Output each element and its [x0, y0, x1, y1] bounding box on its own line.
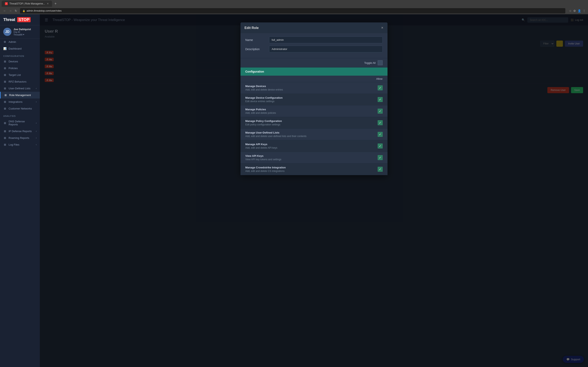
user-info: Joe Dahlquist Org ID Threat88 ▾ [13, 28, 31, 36]
address-bar: ← → ↻ 🔒 admin.threatstop.com/user/roles … [0, 7, 588, 14]
perm-desc: Edit policy configuration settings [245, 123, 378, 126]
check-icon: ✓ [379, 133, 381, 136]
sidebar-item-dns-defense-reports[interactable]: ⊞ DNS Defense Reports ‹ [0, 118, 40, 128]
dashboard-icon: 📊 [3, 47, 7, 50]
perm-info: Manage Policies Add, edit and delete pol… [245, 108, 378, 114]
threat-label: Threat88 [13, 33, 22, 36]
perm-row-manage-devices: Manage Devices Add, edit and delete devi… [241, 82, 388, 94]
dns-chevron-icon: ‹ [36, 122, 36, 124]
reload-button[interactable]: ↻ [14, 9, 18, 13]
sidebar-item-rpz-behaviors[interactable]: ⊞ RPZ Behaviors [0, 78, 40, 85]
browser-chrome: T ThreatSTOP | Role Manageme... ✕ + ← → … [0, 0, 588, 14]
extensions-button[interactable]: ⚙ [573, 9, 576, 12]
sidebar-item-log-files[interactable]: ⊞ Log Files ‹ [0, 141, 40, 148]
modal-overlay: Edit Role × Name Description [40, 14, 588, 367]
admin-icon: ⚙ [3, 40, 7, 43]
menu-button[interactable]: ⋮ [583, 9, 586, 12]
name-row: Name [245, 36, 383, 43]
sidebar-item-admin[interactable]: ⚙ Admin [0, 39, 40, 45]
user-name: Joe Dahlquist [13, 28, 31, 31]
perm-name: Manage User-Defined Lists [245, 131, 378, 134]
manage-policy-config-checkbox[interactable]: ✓ [378, 120, 383, 125]
sidebar-item-roaming-reports[interactable]: ⊞ Roaming Reports ‹ [0, 134, 40, 141]
toggle-all-checkbox[interactable] [378, 60, 383, 65]
sidebar-item-label: Policies [9, 67, 18, 70]
perm-info: Manage API Keys Add, edit and delete API… [245, 143, 378, 149]
perm-row-manage-policies: Manage Policies Add, edit and delete pol… [241, 105, 388, 117]
perm-name: Manage Policy Configuration [245, 119, 378, 123]
bookmark-button[interactable]: ☆ [569, 9, 572, 12]
forward-button[interactable]: → [8, 9, 13, 13]
policies-icon: ⊞ [3, 67, 7, 70]
modal-title: Edit Role [245, 26, 259, 30]
sidebar-item-label: Devices [9, 60, 18, 63]
perm-row-manage-api-keys: Manage API Keys Add, edit and delete API… [241, 140, 388, 152]
ip-chevron-icon: ‹ [36, 130, 36, 132]
description-label: Description [245, 48, 266, 51]
app: Threat STOP JD Joe Dahlquist Org ID Thre… [0, 14, 588, 367]
sidebar-item-label: Roaming Reports [9, 136, 29, 140]
perm-row-view-api-keys: View API Keys View API key tokens and se… [241, 152, 388, 164]
main-content: ☰ ThreatSTOP - Weaponize your Threat Int… [40, 14, 588, 367]
udl-chevron-icon: ‹ [36, 87, 36, 90]
sidebar-item-target-list[interactable]: ⊞ Target List [0, 72, 40, 78]
manage-policies-checkbox[interactable]: ✓ [378, 109, 383, 114]
perm-desc: Add, edit and delete API keys [245, 146, 378, 149]
perm-name: Manage API Keys [245, 143, 378, 146]
sidebar-item-label: RPZ Behaviors [9, 80, 26, 83]
active-tab[interactable]: T ThreatSTOP | Role Manageme... ✕ [2, 1, 52, 7]
check-icon: ✓ [379, 109, 381, 113]
perm-info: Manage Crowdstrike Integration Add, edit… [245, 166, 378, 173]
perm-row-manage-crowdstrike: Manage Crowdstrike Integration Add, edit… [241, 164, 388, 175]
check-icon: ✓ [379, 121, 381, 124]
perm-desc: Add, edit and delete device entries [245, 88, 378, 91]
section-analysis-label: Analysis [0, 112, 40, 118]
name-input[interactable] [269, 36, 383, 43]
sidebar-item-ip-defense-reports[interactable]: ⊞ IP Defense Reports ‹ [0, 128, 40, 134]
manage-api-keys-checkbox[interactable]: ✓ [378, 143, 383, 149]
sidebar-item-label: IP Defense Reports [9, 130, 32, 133]
logo-stop: STOP [17, 17, 31, 22]
perm-info: View API Keys View API key tokens and se… [245, 154, 378, 161]
perm-desc: Add, edit and delete CS integrations [245, 170, 378, 173]
manage-crowdstrike-checkbox[interactable]: ✓ [378, 167, 383, 172]
sidebar-item-label: Role Management [9, 94, 31, 97]
modal-body: Name Description Toggle All [241, 33, 388, 175]
url-bar[interactable]: 🔒 admin.threatstop.com/user/roles [20, 8, 565, 13]
roaming-reports-icon: ⊞ [3, 136, 7, 140]
tab-close-icon[interactable]: ✕ [47, 2, 49, 5]
sidebar: Threat STOP JD Joe Dahlquist Org ID Thre… [0, 14, 40, 367]
sidebar-item-policies[interactable]: ⊞ Policies [0, 65, 40, 72]
view-api-keys-checkbox[interactable]: ✓ [378, 155, 383, 160]
new-tab-button[interactable]: + [53, 1, 58, 7]
sidebar-item-role-management[interactable]: ⊞ Role Management [0, 92, 40, 99]
perm-row-manage-device-config: Manage Device Configuration Edit device … [241, 94, 388, 105]
perm-row-manage-udl: Manage User-Defined Lists Add, edit and … [241, 129, 388, 140]
manage-udl-checkbox[interactable]: ✓ [378, 132, 383, 137]
sidebar-item-user-defined-lists[interactable]: ⊞ User-Defined Lists ‹ [0, 85, 40, 92]
user-org: Org ID [13, 31, 31, 33]
profile-button[interactable]: 👤 [578, 9, 581, 12]
perm-desc: Edit device entries settings [245, 100, 378, 103]
user-threat: Threat88 ▾ [13, 33, 31, 36]
modal-close-button[interactable]: × [381, 26, 383, 30]
logo-threat: Threat [3, 17, 15, 22]
description-row: Description [245, 46, 383, 52]
perm-info: Manage Policy Configuration Edit policy … [245, 119, 378, 126]
description-input[interactable] [269, 46, 383, 52]
devices-icon: ⊞ [3, 60, 7, 63]
sidebar-item-integrations[interactable]: ⊞ Integrations ‹ [0, 99, 40, 105]
back-button[interactable]: ← [2, 9, 7, 13]
sidebar-item-dashboard[interactable]: 📊 Dashboard [0, 45, 40, 52]
udl-icon: ⊞ [3, 87, 7, 90]
permissions-list: Manage Devices Add, edit and delete devi… [241, 82, 388, 175]
manage-devices-checkbox[interactable]: ✓ [378, 85, 383, 90]
sidebar-item-customer-networks[interactable]: ⊞ Customer Networks [0, 105, 40, 112]
manage-device-config-checkbox[interactable]: ✓ [378, 97, 383, 102]
toggle-all-row: Toggle All [241, 58, 388, 67]
check-icon: ✓ [379, 86, 381, 90]
check-icon: ✓ [379, 167, 381, 171]
perm-info: Manage Devices Add, edit and delete devi… [245, 85, 378, 91]
perm-row-manage-policy-config: Manage Policy Configuration Edit policy … [241, 117, 388, 129]
sidebar-item-devices[interactable]: ⊞ Devices [0, 58, 40, 65]
